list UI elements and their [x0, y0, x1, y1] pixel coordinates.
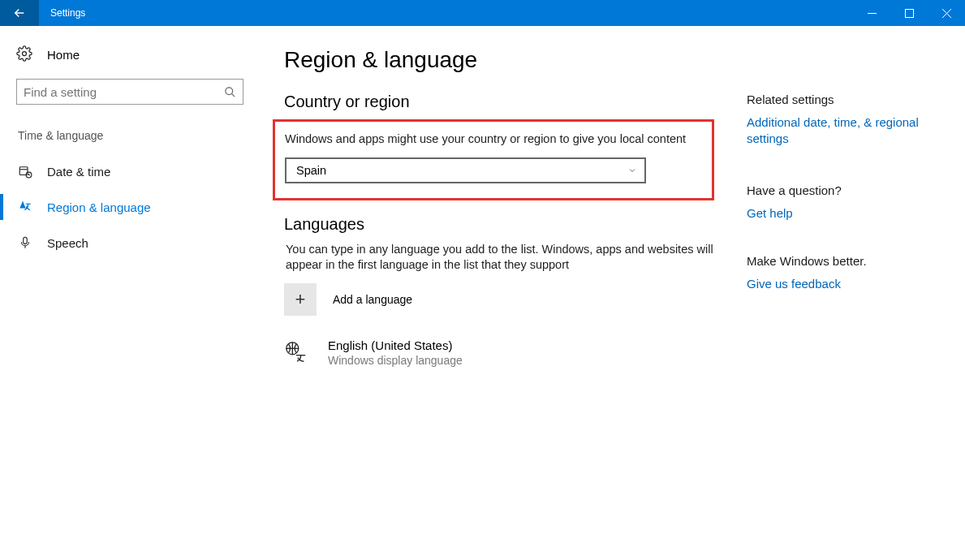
section-heading: Time & language	[16, 129, 243, 142]
country-dropdown-value: Spain	[296, 164, 326, 177]
app-title: Settings	[39, 0, 85, 26]
home-label: Home	[47, 48, 80, 62]
language-name: English (United States)	[328, 338, 463, 352]
svg-point-4	[23, 52, 27, 56]
country-description: Windows and apps might use your country …	[285, 131, 696, 148]
add-language-label: Add a language	[333, 293, 412, 306]
search-box[interactable]	[16, 79, 243, 105]
gear-icon	[16, 45, 32, 64]
home-nav[interactable]: Home	[16, 41, 243, 79]
sidebar-item-label: Date & time	[47, 165, 110, 179]
maximize-button[interactable]	[890, 0, 928, 26]
right-rail: Related settings Additional date, time, …	[739, 47, 950, 560]
plus-icon: +	[284, 283, 317, 316]
sidebar-item-label: Region & language	[47, 200, 151, 214]
close-button[interactable]	[928, 0, 965, 26]
search-icon	[224, 86, 236, 98]
sidebar-item-date-time[interactable]: Date & time	[0, 153, 243, 189]
page-title: Region & language	[284, 47, 714, 73]
feedback-heading: Make Windows better.	[747, 254, 950, 268]
search-input[interactable]	[24, 85, 224, 99]
svg-point-5	[226, 87, 233, 94]
language-item-icon	[284, 338, 310, 367]
arrow-left-icon	[12, 6, 27, 20]
feedback-link[interactable]: Give us feedback	[747, 276, 950, 292]
country-heading: Country or region	[284, 93, 714, 111]
annotation-highlight: Windows and apps might use your country …	[273, 119, 714, 200]
language-icon	[18, 200, 32, 214]
svg-line-6	[231, 93, 235, 97]
question-heading: Have a question?	[747, 183, 950, 197]
related-heading: Related settings	[747, 93, 950, 106]
sidebar-item-speech[interactable]: Speech	[0, 225, 243, 261]
svg-rect-11	[24, 237, 28, 243]
country-dropdown[interactable]: Spain	[285, 157, 646, 183]
maximize-icon	[905, 9, 914, 18]
titlebar: Settings	[0, 0, 965, 26]
calendar-clock-icon	[18, 164, 32, 179]
svg-rect-1	[905, 9, 913, 17]
related-link[interactable]: Additional date, time, & regional settin…	[747, 114, 950, 148]
chevron-down-icon	[627, 166, 637, 175]
add-language-button[interactable]: + Add a language	[284, 283, 714, 316]
microphone-icon	[18, 235, 32, 250]
languages-description: You can type in any language you add to …	[284, 242, 714, 274]
sidebar: Home Time & language Date & time Region …	[0, 26, 260, 560]
sidebar-item-label: Speech	[47, 236, 88, 250]
window-controls	[853, 0, 965, 26]
main-content: Region & language Country or region Wind…	[260, 26, 965, 560]
languages-heading: Languages	[284, 215, 714, 234]
language-list-item[interactable]: English (United States) Windows display …	[284, 338, 714, 367]
language-subtext: Windows display language	[328, 354, 463, 367]
get-help-link[interactable]: Get help	[747, 205, 950, 222]
minimize-button[interactable]	[853, 0, 890, 26]
back-button[interactable]	[0, 0, 39, 26]
sidebar-item-region-language[interactable]: Region & language	[0, 189, 243, 225]
minimize-icon	[868, 9, 877, 18]
close-icon	[942, 9, 951, 18]
